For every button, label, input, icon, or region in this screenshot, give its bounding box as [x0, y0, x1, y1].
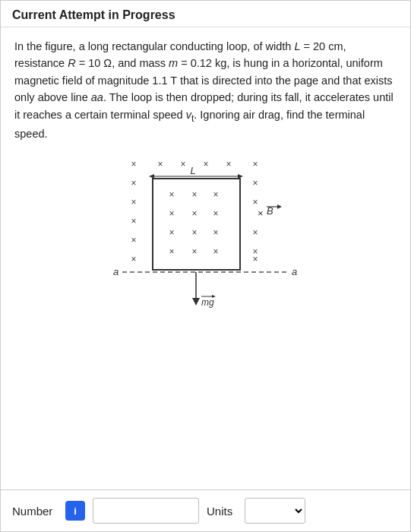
svg-text:×: ×	[213, 246, 218, 257]
svg-text:×: ×	[252, 178, 258, 188]
svg-text:L: L	[190, 165, 195, 176]
svg-text:×: ×	[131, 178, 136, 188]
units-select[interactable]: m/s cm/s	[245, 498, 305, 524]
svg-text:a: a	[292, 266, 297, 277]
svg-text:×: ×	[131, 235, 136, 245]
svg-text:a: a	[113, 266, 119, 277]
svg-text:×: ×	[131, 216, 136, 226]
svg-text:×: ×	[191, 208, 197, 219]
svg-text:×: ×	[169, 189, 174, 200]
units-label: Units	[207, 505, 237, 518]
info-button[interactable]: i	[65, 501, 85, 521]
svg-text:×: ×	[169, 208, 174, 219]
number-label: Number	[12, 505, 58, 518]
svg-text:×: ×	[213, 208, 218, 219]
svg-text:×: ×	[191, 246, 197, 257]
svg-marker-41	[192, 298, 200, 306]
diagram: × × × × × × L × × × × × × × × ×	[92, 154, 320, 328]
page-title: Current Attempt in Progress	[12, 8, 175, 21]
svg-text:×: ×	[131, 197, 136, 207]
svg-text:×: ×	[131, 159, 136, 169]
svg-text:×: ×	[252, 227, 258, 238]
svg-text:×: ×	[131, 254, 136, 264]
answer-bar: Number i Units m/s cm/s	[1, 489, 410, 531]
svg-text:×: ×	[191, 227, 197, 238]
svg-text:mg: mg	[201, 297, 214, 308]
svg-text:×: ×	[180, 159, 185, 169]
svg-marker-33	[277, 204, 282, 209]
svg-text:×: ×	[213, 227, 218, 238]
svg-text:×: ×	[169, 246, 174, 257]
svg-text:×: ×	[226, 159, 231, 169]
svg-text:×: ×	[157, 159, 163, 169]
svg-text:×: ×	[252, 197, 258, 207]
svg-text:×: ×	[213, 189, 218, 200]
number-input[interactable]	[93, 498, 199, 524]
svg-text:×: ×	[169, 227, 174, 238]
problem-description: In the figure, a long rectangular conduc…	[14, 38, 397, 143]
svg-text:×: ×	[258, 207, 264, 219]
svg-text:×: ×	[252, 254, 258, 264]
svg-text:×: ×	[191, 189, 197, 200]
svg-text:×: ×	[252, 159, 258, 169]
svg-text:×: ×	[203, 159, 208, 169]
